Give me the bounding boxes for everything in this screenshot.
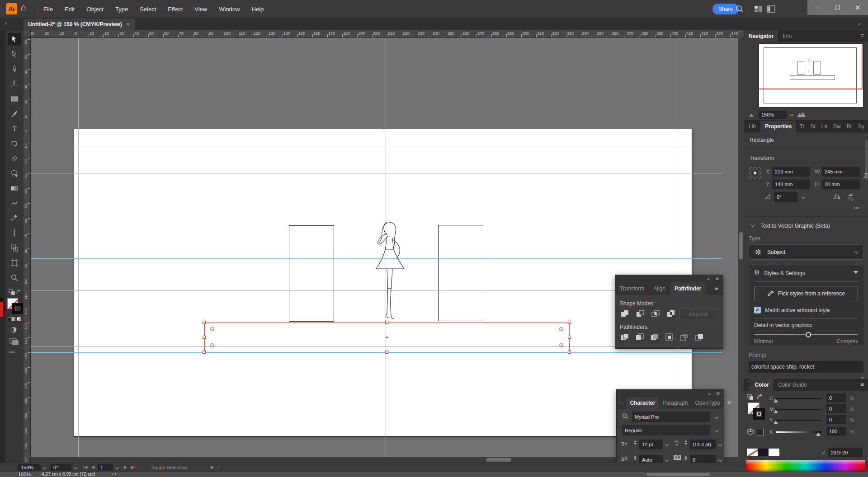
- x-field[interactable]: 210 mm: [772, 167, 810, 177]
- w-field[interactable]: 245 mm: [822, 167, 860, 177]
- status-toggle-selection[interactable]: Toggle Selection: [151, 465, 187, 470]
- pathfinder-menu-icon[interactable]: ≡: [710, 282, 723, 295]
- corner-radius-widget[interactable]: [559, 327, 563, 331]
- guide-vertical[interactable]: [386, 38, 386, 463]
- black-swatch[interactable]: [758, 449, 769, 456]
- character-panel-collapse-icon[interactable]: ⌃⌄: [617, 397, 626, 409]
- h-field[interactable]: 20 mm: [822, 179, 860, 189]
- more-tools-button[interactable]: •••: [9, 350, 15, 355]
- shape-mode-minus-front[interactable]: [634, 309, 646, 318]
- guide-vertical[interactable]: [78, 38, 79, 463]
- stroke-proxy-black[interactable]: [753, 408, 765, 420]
- match-artboard-checkbox[interactable]: ✓: [754, 307, 761, 313]
- selection-handle[interactable]: [568, 321, 571, 324]
- channel-value-field[interactable]: 100: [826, 427, 846, 436]
- navigator-view-box[interactable]: [759, 44, 863, 89]
- pathfinder-crop[interactable]: [664, 332, 675, 342]
- zoom-tool[interactable]: [8, 271, 21, 284]
- font-size-stepper[interactable]: [633, 440, 637, 445]
- color-mode-color-button[interactable]: [8, 317, 12, 321]
- font-search-icon[interactable]: [622, 413, 629, 420]
- swap-fill-stroke-icon[interactable]: [747, 393, 764, 401]
- pen-tool[interactable]: [8, 63, 21, 75]
- vertical-ruler[interactable]: 6050403020100102030405060708090100110120…: [24, 38, 31, 463]
- navigator-zoom-chevron-icon[interactable]: [790, 112, 793, 116]
- corner-radius-widget[interactable]: [210, 343, 214, 347]
- font-family-field[interactable]: Myriad Pro: [632, 412, 710, 422]
- panel-collapse-left-icon[interactable]: «: [707, 276, 710, 281]
- pathfinder-outline[interactable]: [679, 332, 690, 342]
- gradient-tool[interactable]: [8, 182, 21, 195]
- pathfinder-minus-back[interactable]: [693, 332, 705, 342]
- rotate-tool[interactable]: [8, 137, 21, 150]
- y-field[interactable]: 140 mm: [772, 179, 810, 189]
- tab-sy[interactable]: Sy: [855, 121, 867, 132]
- channel-slider[interactable]: [776, 431, 821, 433]
- font-family-chevron-icon[interactable]: [715, 415, 718, 419]
- selection-handle[interactable]: [568, 336, 571, 339]
- hex-field[interactable]: 231F20: [828, 448, 863, 457]
- tab-transform[interactable]: Transform: [615, 282, 649, 295]
- slider-thumb-icon[interactable]: [816, 432, 821, 436]
- kerning-chevron-icon[interactable]: [665, 458, 669, 462]
- navigator-zoom-field[interactable]: 150%: [759, 111, 787, 119]
- navigator-preview[interactable]: [759, 44, 863, 107]
- channel-slider[interactable]: [776, 398, 821, 399]
- tracking-stepper[interactable]: [684, 456, 688, 460]
- font-size-field[interactable]: 12 pt: [639, 440, 663, 449]
- rotation-field[interactable]: 0°: [774, 192, 797, 202]
- constrain-proportions-icon[interactable]: [863, 171, 868, 180]
- eraser-tool[interactable]: [8, 152, 21, 165]
- tab-lib[interactable]: Lib: [744, 121, 760, 132]
- channel-value-field[interactable]: 0: [826, 393, 846, 402]
- tab-info[interactable]: Info: [778, 30, 796, 42]
- minimize-button[interactable]: ─: [815, 4, 820, 11]
- selection-handle[interactable]: [568, 351, 571, 354]
- selection-handle[interactable]: [203, 321, 206, 324]
- reference-point-grid[interactable]: [750, 168, 761, 179]
- pathfinder-trim[interactable]: [634, 332, 646, 342]
- pathfinder-divide[interactable]: [619, 332, 631, 342]
- direct-selection-tool[interactable]: [8, 48, 21, 61]
- statusbar-zoom-chevron-icon[interactable]: [43, 466, 47, 469]
- menu-select[interactable]: Select: [140, 6, 156, 13]
- transform-more-options[interactable]: •••: [854, 206, 860, 210]
- none-swatch[interactable]: [747, 449, 758, 456]
- corner-radius-widget[interactable]: [559, 343, 563, 347]
- tab-navigator[interactable]: Navigator: [744, 30, 778, 42]
- selection-handle[interactable]: [203, 336, 206, 339]
- artboard-number-field[interactable]: 1: [98, 464, 113, 471]
- lasso-tool[interactable]: [8, 167, 21, 180]
- eyedropper-tool[interactable]: [8, 212, 21, 224]
- artboard-chevron-icon[interactable]: [115, 466, 119, 469]
- shape-mode-exclude[interactable]: [665, 309, 677, 318]
- selection-tool[interactable]: [8, 33, 21, 46]
- color-menu-icon[interactable]: ≡: [856, 379, 868, 391]
- ttv-collapse-chevron-icon[interactable]: [751, 223, 755, 227]
- font-style-field[interactable]: Regular: [622, 425, 710, 435]
- menu-effect[interactable]: Effect: [168, 6, 183, 13]
- tab-align[interactable]: Align: [649, 282, 670, 295]
- navigator-menu-icon[interactable]: ≡: [856, 30, 868, 42]
- close-window-button[interactable]: ✕: [855, 4, 861, 12]
- prev-artboard-icon[interactable]: ◀: [91, 465, 94, 469]
- panel-close-icon[interactable]: ✕: [715, 276, 719, 282]
- zoom-in-icon[interactable]: [797, 112, 806, 117]
- tab-pathfinder[interactable]: Pathfinder: [670, 282, 706, 295]
- screen-mode-button[interactable]: [9, 337, 20, 346]
- next-artboard-icon[interactable]: ▶: [124, 465, 127, 469]
- status-back-icon[interactable]: ‹: [218, 464, 219, 469]
- shape-mode-intersect[interactable]: [650, 309, 661, 318]
- home-icon[interactable]: ⌂: [21, 2, 26, 13]
- rectangle-tool[interactable]: [8, 93, 21, 105]
- workspace-switcher-icon[interactable]: [767, 5, 775, 15]
- flip-vertical-icon[interactable]: [846, 193, 854, 201]
- shape-mode-unite[interactable]: [619, 309, 631, 318]
- tab-paragraph[interactable]: Paragraph: [659, 397, 691, 409]
- toolbar-stroke-proxy-black[interactable]: [12, 303, 23, 314]
- last-artboard-icon[interactable]: ▶|: [131, 465, 135, 469]
- leading-stepper[interactable]: [684, 440, 688, 445]
- ruler-corner[interactable]: [24, 30, 31, 38]
- zoom-out-icon[interactable]: [749, 112, 755, 117]
- white-swatch[interactable]: [769, 449, 779, 456]
